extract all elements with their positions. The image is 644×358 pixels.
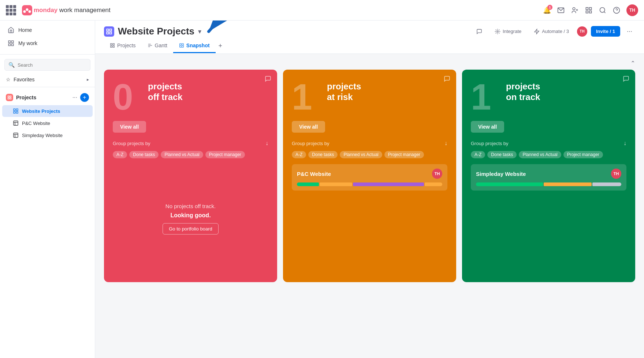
- off-track-count: 0: [113, 78, 142, 115]
- at-risk-project-card[interactable]: P&C Website TH: [292, 164, 447, 191]
- svg-rect-26: [14, 111, 15, 113]
- more-options-button[interactable]: ···: [624, 26, 635, 37]
- sidebar-item-mywork[interactable]: My work: [0, 37, 95, 50]
- at-risk-tag-planned[interactable]: Planned vs Actual: [340, 151, 382, 158]
- integrate-button[interactable]: Integrate: [490, 26, 526, 37]
- off-track-comment-icon[interactable]: [265, 75, 271, 84]
- svg-point-2: [26, 8, 29, 11]
- off-track-tag-donetasks[interactable]: Done tasks: [129, 151, 159, 158]
- on-track-project-card[interactable]: Simpleday Website TH: [471, 164, 626, 191]
- off-track-label-line1: projects: [148, 81, 183, 92]
- page-title-chevron-icon[interactable]: ▾: [198, 27, 201, 36]
- on-track-tag-manager[interactable]: Project manager: [563, 151, 603, 158]
- on-track-project-name: Simpleday Website: [476, 171, 526, 177]
- at-risk-project-name: P&C Website: [297, 171, 331, 177]
- sidebar-item-home[interactable]: Home: [0, 23, 95, 37]
- off-track-tag-planned[interactable]: Planned vs Actual: [161, 151, 203, 158]
- on-track-label-line1: projects: [506, 81, 540, 92]
- at-risk-comment-icon[interactable]: [444, 75, 450, 84]
- at-risk-seg-orange-1: [320, 182, 352, 186]
- page-title-row: Website Projects ▾: [104, 21, 635, 37]
- on-track-tag-planned[interactable]: Planned vs Actual: [519, 151, 561, 158]
- svg-rect-28: [14, 121, 18, 125]
- on-track-tag-az[interactable]: A-Z: [471, 151, 485, 158]
- topbar: monday work management 🔔 1 TH: [0, 0, 644, 21]
- sidebar-favorites[interactable]: ☆ Favorites ▸: [0, 74, 95, 85]
- projects-options-icon[interactable]: ···: [72, 94, 77, 101]
- apps-grid-icon[interactable]: [6, 5, 16, 15]
- portfolio-board-button[interactable]: Go to portfolio board: [163, 223, 219, 235]
- sidebar-item-pandc[interactable]: P&C Website: [2, 117, 93, 129]
- off-track-tag-manager[interactable]: Project manager: [205, 151, 245, 158]
- tab-snapshot[interactable]: Snapshot: [173, 39, 216, 53]
- user-avatar-topbar[interactable]: TH: [626, 4, 638, 16]
- off-track-tag-az[interactable]: A-Z: [113, 151, 127, 158]
- svg-rect-25: [16, 109, 18, 111]
- at-risk-sort-icon[interactable]: ↓: [444, 140, 447, 147]
- notifications-icon[interactable]: 🔔 1: [543, 6, 551, 14]
- page-header: Website Projects ▾: [95, 21, 644, 54]
- at-risk-group-by-row: Group projects by ↓: [292, 140, 447, 147]
- card-off-track: 0 projects off track View all Group proj…: [104, 70, 277, 282]
- on-track-comment-icon[interactable]: [623, 75, 629, 84]
- conversation-button[interactable]: [472, 26, 487, 37]
- svg-rect-18: [8, 44, 10, 46]
- at-risk-label-line2: at risk: [327, 92, 361, 103]
- on-track-label-line2: on track: [506, 92, 540, 103]
- sidebar-item-simpleday[interactable]: Simpleday Website: [2, 129, 93, 141]
- at-risk-tags: A-Z Done tasks Planned vs Actual Project…: [292, 151, 447, 158]
- off-track-sort-icon[interactable]: ↓: [265, 140, 268, 147]
- add-tab-button[interactable]: +: [216, 38, 226, 53]
- content-area: Website Projects ▾: [95, 21, 644, 358]
- on-track-count: 1: [471, 78, 500, 115]
- svg-rect-19: [12, 44, 14, 46]
- tab-gantt[interactable]: Gantt: [142, 39, 173, 53]
- website-projects-icon: [12, 108, 19, 114]
- tab-projects[interactable]: Projects: [104, 39, 142, 53]
- at-risk-view-all-button[interactable]: View all: [292, 121, 325, 133]
- automate-button[interactable]: Automate / 3: [529, 26, 573, 37]
- sidebar-search-inner[interactable]: 🔍: [4, 59, 90, 71]
- invite-people-icon[interactable]: [571, 6, 579, 14]
- card-on-track-top: 1 projects on track: [471, 78, 626, 115]
- sidebar-divider-1: [0, 54, 95, 55]
- help-icon[interactable]: [613, 6, 621, 14]
- add-project-button[interactable]: +: [80, 93, 89, 102]
- svg-rect-36: [107, 32, 108, 34]
- sidebar-item-website-projects[interactable]: Website Projects: [2, 105, 93, 117]
- at-risk-seg-orange-2: [425, 182, 442, 186]
- on-track-seg-gray: [592, 182, 621, 186]
- home-icon: [7, 26, 15, 34]
- invite-button[interactable]: Invite / 1: [591, 26, 620, 37]
- sidebar-nav: Home My work: [0, 21, 95, 53]
- projects-section-title: Projects: [16, 95, 70, 100]
- apps-marketplace-icon[interactable]: [585, 6, 593, 14]
- at-risk-tag-manager[interactable]: Project manager: [384, 151, 424, 158]
- search-icon[interactable]: [599, 6, 607, 14]
- svg-rect-35: [110, 29, 112, 31]
- page-user-avatar: TH: [577, 26, 587, 37]
- inbox-icon[interactable]: [557, 6, 565, 14]
- svg-rect-17: [12, 41, 14, 43]
- at-risk-tag-az[interactable]: A-Z: [292, 151, 306, 158]
- svg-rect-34: [107, 29, 108, 31]
- collapse-button[interactable]: ⌃: [630, 60, 635, 67]
- svg-rect-41: [111, 44, 112, 45]
- on-track-seg-orange: [544, 182, 592, 186]
- on-track-tag-donetasks[interactable]: Done tasks: [487, 151, 517, 158]
- on-track-sort-icon[interactable]: ↓: [623, 140, 626, 147]
- at-risk-tag-donetasks[interactable]: Done tasks: [308, 151, 338, 158]
- off-track-view-all-button[interactable]: View all: [113, 121, 146, 133]
- monday-logo: monday work management: [22, 5, 111, 15]
- svg-rect-22: [8, 98, 10, 99]
- on-track-view-all-button[interactable]: View all: [471, 121, 504, 133]
- svg-rect-23: [10, 98, 11, 99]
- search-input[interactable]: [18, 62, 86, 68]
- svg-marker-40: [535, 29, 539, 34]
- on-track-tags: A-Z Done tasks Planned vs Actual Project…: [471, 151, 626, 158]
- on-track-project-avatar: TH: [611, 169, 621, 179]
- svg-line-13: [604, 11, 606, 13]
- svg-point-3: [29, 10, 31, 13]
- at-risk-project-avatar: TH: [432, 169, 442, 179]
- off-track-empty-text: No projects off track.: [165, 203, 216, 209]
